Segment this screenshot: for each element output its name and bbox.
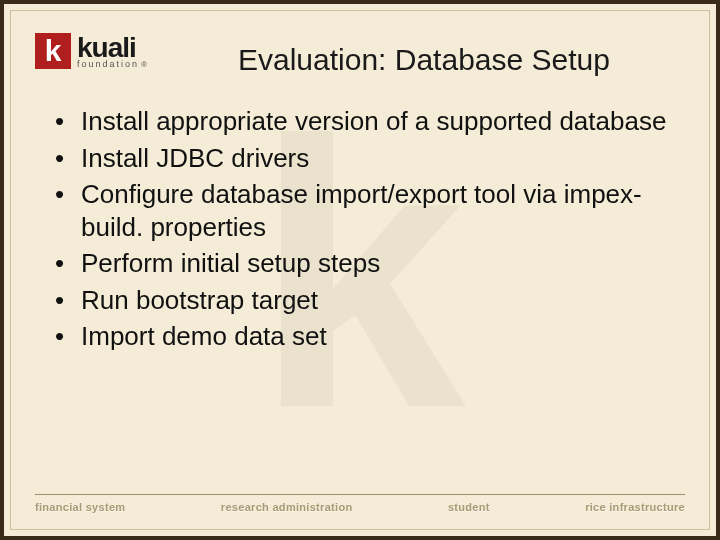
list-item: Install JDBC drivers [55, 142, 685, 175]
list-item: Perform initial setup steps [55, 247, 685, 280]
list-item: Import demo data set [55, 320, 685, 353]
list-item: Configure database import/export tool vi… [55, 178, 685, 243]
list-item: Install appropriate version of a support… [55, 105, 685, 138]
footer-item: financial system [35, 501, 125, 513]
footer-item: student [448, 501, 490, 513]
footer-item: research administration [221, 501, 353, 513]
list-item: Run bootstrap target [55, 284, 685, 317]
logo: kuali foundation [35, 33, 149, 69]
logo-mark-icon [35, 33, 71, 69]
logo-sub: foundation [77, 60, 149, 69]
footer: financial system research administration… [35, 494, 685, 513]
logo-brand: kuali [77, 34, 149, 62]
footer-item: rice infrastructure [585, 501, 685, 513]
header: kuali foundation Evaluation: Database Se… [35, 29, 685, 77]
bullet-list: Install appropriate version of a support… [35, 105, 685, 353]
page-title: Evaluation: Database Setup [163, 29, 685, 77]
